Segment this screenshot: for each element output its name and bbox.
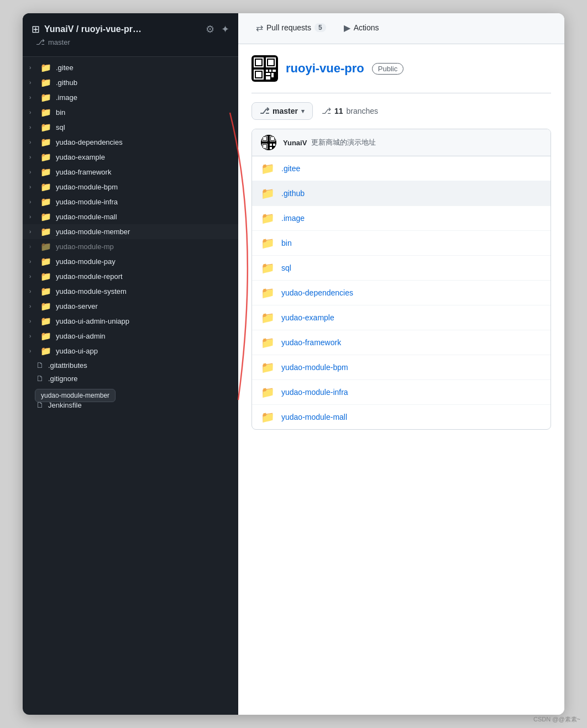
chevron-icon: ›	[29, 80, 36, 86]
table-row[interactable]: 📁 .github	[252, 181, 551, 206]
folder-icon: 📁	[40, 182, 51, 192]
table-row[interactable]: 📁 yudao-module-bpm	[252, 355, 551, 380]
svg-rect-10	[266, 70, 268, 72]
branches-count-icon: ⎇	[322, 106, 331, 116]
file-name: yudao-dependencies	[281, 288, 542, 297]
list-item[interactable]: › 📁 yudao-module-report	[23, 269, 238, 284]
table-row[interactable]: 📁 yudao-framework	[252, 330, 551, 355]
item-name: yudao-module-infra	[56, 198, 118, 206]
table-row[interactable]: 📁 sql	[252, 256, 551, 281]
folder-icon: 📁	[261, 261, 275, 275]
folder-icon: 📁	[261, 212, 275, 225]
svg-rect-19	[263, 137, 266, 140]
list-item[interactable]: › 📁 .image	[23, 90, 238, 105]
table-row[interactable]: 📁 .gitee	[252, 156, 551, 181]
table-row[interactable]: 📁 yudao-example	[252, 305, 551, 330]
item-name: .gitignore	[48, 374, 77, 383]
chevron-icon: ›	[29, 199, 36, 205]
list-item[interactable]: › 📁 .gitee	[23, 60, 238, 75]
list-item[interactable]: › 📁 yudao-module-bpm	[23, 180, 238, 194]
right-panel: ⇄ Pull requests 5 ▶ Actions	[238, 13, 564, 715]
nav-pull-requests[interactable]: ⇄ Pull requests 5	[247, 13, 335, 44]
folder-icon: 📁	[40, 167, 51, 177]
item-name: yudao-module-bpm	[56, 183, 118, 191]
pull-requests-badge: 5	[315, 23, 326, 32]
branch-icon: ⎇	[36, 38, 45, 46]
list-item[interactable]: 🗋 .gitattributes	[23, 358, 238, 372]
folder-icon: 📁	[261, 162, 275, 175]
list-item[interactable]: › 📁 yudao-module-mall	[23, 209, 238, 224]
table-row[interactable]: 📁 bin	[252, 231, 551, 256]
commit-info: YunaiV 更新商城的演示地址	[283, 138, 376, 147]
svg-rect-3	[256, 60, 261, 65]
sidebar-header-top: ⊞ YunaiV / ruoyi-vue-pr… ⚙ ✦	[32, 23, 229, 35]
list-item[interactable]: › 📁 yudao-module-mp	[23, 239, 238, 254]
tooltip: yudao-module-member	[35, 389, 116, 402]
list-item[interactable]: › 📁 yudao-module-pay	[23, 254, 238, 269]
list-item[interactable]: › 📁 yudao-framework	[23, 165, 238, 180]
folder-icon: 📁	[40, 331, 51, 341]
list-item[interactable]: › 📁 yudao-example	[23, 150, 238, 165]
branch-row: ⎇ master ▾ ⎇ 11 branches	[251, 102, 551, 120]
folder-icon: 📁	[261, 386, 275, 399]
commit-user: YunaiV	[283, 139, 307, 147]
sidebar-repo-name: YunaiV / ruoyi-vue-pr…	[44, 24, 141, 34]
folder-icon: 📁	[40, 226, 51, 237]
sidebar-header: ⊞ YunaiV / ruoyi-vue-pr… ⚙ ✦ ⎇ master	[23, 13, 238, 57]
public-badge: Public	[372, 63, 403, 75]
table-row[interactable]: 📁 yudao-module-infra	[252, 380, 551, 405]
list-item[interactable]: › 📁 yudao-module-member	[23, 224, 238, 239]
folder-icon: 📁	[40, 212, 51, 222]
list-item[interactable]: › 📁 yudao-ui-app	[23, 344, 238, 358]
list-item[interactable]: › 📁 sql	[23, 120, 238, 135]
folder-icon: 📁	[40, 92, 51, 103]
svg-rect-26	[270, 144, 272, 146]
list-item[interactable]: › 📁 yudao-module-infra	[23, 194, 238, 209]
list-item[interactable]: 🗋 .gitignore	[23, 372, 238, 385]
item-name: yudao-example	[56, 153, 105, 161]
item-name: yudao-module-report	[56, 272, 123, 281]
file-name: yudao-module-bpm	[281, 363, 542, 372]
list-item[interactable]: › 📁 yudao-dependencies	[23, 135, 238, 150]
list-item[interactable]: › 📁 yudao-module-system	[23, 284, 238, 299]
folder-icon: 📁	[40, 286, 51, 297]
folder-icon: 📁	[40, 197, 51, 207]
table-row[interactable]: 📁 yudao-module-mall	[252, 405, 551, 429]
item-name: yudao-module-member	[56, 228, 130, 236]
settings-icon[interactable]: ⚙	[206, 23, 214, 35]
branches-count-number: 11	[334, 107, 343, 115]
sidebar-file-list: › 📁 .gitee › 📁 .github › 📁 .image › 📁 bi…	[23, 57, 238, 715]
folder-icon: 📁	[40, 316, 51, 326]
chevron-icon: ›	[29, 65, 36, 71]
list-item[interactable]: › 📁 yudao-server	[23, 299, 238, 314]
repo-name-title[interactable]: ruoyi-vue-pro	[286, 61, 364, 76]
chevron-icon: ›	[29, 333, 36, 339]
sidebar: ⊞ YunaiV / ruoyi-vue-pr… ⚙ ✦ ⎇ master › …	[23, 13, 238, 715]
folder-icon: 📁	[40, 137, 51, 147]
nav-actions[interactable]: ▶ Actions	[335, 13, 388, 44]
branches-count[interactable]: ⎇ 11 branches	[322, 106, 378, 116]
chevron-icon: ›	[29, 244, 36, 250]
branch-selector-icon: ⎇	[260, 106, 269, 116]
table-row[interactable]: 📁 yudao-dependencies	[252, 281, 551, 305]
chevron-icon: ›	[29, 124, 36, 130]
table-row[interactable]: 📁 .image	[252, 206, 551, 231]
file-name: .github	[281, 189, 542, 198]
file-name: bin	[281, 239, 542, 247]
list-item[interactable]: › 📁 yudao-ui-admin	[23, 329, 238, 344]
list-item[interactable]: › 📁 bin	[23, 105, 238, 120]
folder-icon: 📁	[261, 311, 275, 324]
item-name: .github	[56, 78, 77, 87]
chevron-icon: ›	[29, 273, 36, 279]
branch-chevron-icon: ▾	[301, 108, 305, 115]
list-item[interactable]: › 📁 .github	[23, 75, 238, 90]
svg-rect-28	[270, 147, 272, 149]
star-icon[interactable]: ✦	[221, 23, 229, 35]
file-table: YunaiV 更新商城的演示地址 📁 .gitee 📁 .github 📁 .i…	[251, 129, 551, 430]
avatar-qr-svg	[253, 56, 277, 81]
chevron-icon: ›	[29, 94, 36, 101]
branch-selector[interactable]: ⎇ master ▾	[251, 102, 313, 120]
list-item[interactable]: › 📁 yudao-ui-admin-uniapp	[23, 314, 238, 329]
repo-icon: ⊞	[32, 23, 40, 35]
item-name: yudao-ui-app	[56, 347, 98, 355]
